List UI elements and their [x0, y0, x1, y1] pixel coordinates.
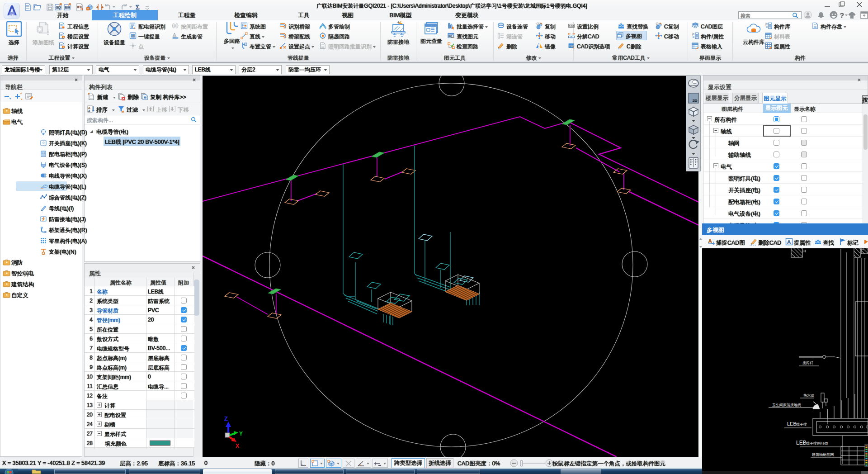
svg-text:GQI: GQI: [56, 6, 61, 9]
svg-text:BIM: BIM: [65, 6, 71, 9]
svg-text:接闪杆: 接闪杆: [802, 361, 813, 365]
svg-text:1: 1: [132, 34, 134, 38]
svg-text:?: ?: [840, 11, 844, 19]
svg-text:IFC: IFC: [77, 5, 82, 9]
svg-text:卫生间振荡接地线: 卫生间振荡接地线: [772, 403, 801, 407]
svg-text:LEB: LEB: [796, 440, 807, 446]
svg-text:A: A: [708, 238, 712, 244]
svg-text:CAD: CAD: [569, 45, 574, 47]
svg-text:Z: Z: [224, 415, 228, 422]
svg-text:2D: 2D: [693, 99, 697, 103]
svg-text:Z: Z: [89, 109, 90, 112]
svg-text:端子排到49页: 端子排到49页: [806, 441, 828, 446]
svg-text:热水管: 热水管: [803, 393, 814, 398]
svg-text:1:10: 1:10: [569, 25, 574, 28]
svg-text:端子排: 端子排: [796, 422, 807, 427]
svg-text:A: A: [788, 239, 791, 245]
svg-text:EQ: EQ: [448, 35, 453, 38]
svg-text:建筑物钢筋网: 建筑物钢筋网: [812, 453, 834, 457]
svg-text:LEB: LEB: [787, 421, 797, 427]
svg-text:X: X: [236, 443, 239, 449]
svg-text:A: A: [89, 107, 90, 109]
svg-text:Y: Y: [239, 431, 243, 437]
